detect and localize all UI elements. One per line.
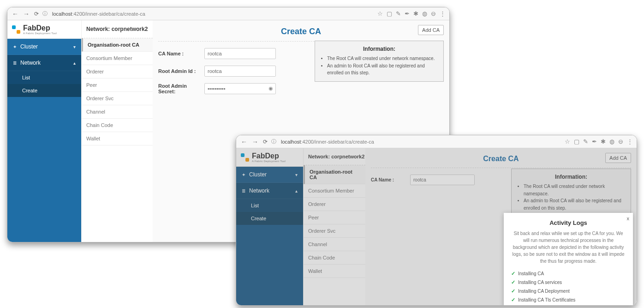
browser-toolbar: ← → ⟳ ⓘ localhost:4200/inner-sidebar/ca/… bbox=[236, 135, 637, 148]
reload-icon[interactable]: ⟳ bbox=[33, 11, 40, 17]
add-ca-button[interactable]: Add CA bbox=[605, 153, 631, 163]
feather-icon[interactable]: ✒ bbox=[592, 138, 597, 145]
browser-window-2: ← → ⟳ ⓘ localhost:4200/inner-sidebar/ca/… bbox=[236, 135, 637, 306]
info-line: The Root CA will created under network n… bbox=[524, 183, 625, 197]
inner-nav-item-peer[interactable]: Peer bbox=[304, 211, 365, 224]
kebab-menu-icon[interactable]: ⋮ bbox=[440, 10, 446, 17]
sidebar-sub-list[interactable]: List bbox=[7, 71, 81, 84]
site-info-icon[interactable]: ⓘ bbox=[271, 138, 276, 145]
puzzle-icon[interactable]: ✱ bbox=[413, 10, 418, 17]
globe-icon[interactable]: ◍ bbox=[422, 10, 427, 17]
inner-nav-item-orderer-svc[interactable]: Orderer Svc bbox=[82, 92, 153, 105]
app-root: FabDep A Fabric Deployment Tool ✦ Cluste… bbox=[236, 148, 637, 305]
inner-nav-label: Orderer Svc bbox=[308, 228, 335, 234]
info-line: The Root CA will created under network n… bbox=[327, 55, 438, 62]
back-icon[interactable]: ← bbox=[11, 11, 19, 17]
modal-close-button[interactable]: x bbox=[627, 216, 630, 221]
info-title: Information: bbox=[321, 46, 438, 52]
root-secret-input[interactable] bbox=[204, 83, 276, 94]
root-admin-label: Root Admin Id : bbox=[158, 68, 204, 74]
star-icon[interactable]: ☆ bbox=[377, 10, 383, 17]
network-label: Network: corpnetwork2 bbox=[82, 20, 153, 38]
brand-logo-icon bbox=[12, 25, 20, 34]
inner-nav: Network: corpnetwork2 Organisation-root … bbox=[303, 148, 365, 305]
reload-icon[interactable]: ⟳ bbox=[262, 139, 268, 145]
check-icon: ✓ bbox=[511, 271, 515, 277]
site-info-icon[interactable]: ⓘ bbox=[42, 10, 48, 17]
inner-nav-item-channel[interactable]: Channel bbox=[82, 105, 153, 119]
sidebar-sub-label: List bbox=[251, 203, 259, 208]
inner-nav-item-wallet[interactable]: Wallet bbox=[82, 132, 153, 145]
inner-nav-item-orderer[interactable]: Orderer bbox=[304, 198, 365, 211]
camera-icon[interactable]: ▢ bbox=[574, 138, 579, 145]
address-bar[interactable]: localhost:4200/inner-sidebar/ca/create-c… bbox=[50, 11, 375, 17]
wand-icon[interactable]: ✎ bbox=[396, 10, 401, 17]
network-label: Network: corpnetwork2 bbox=[304, 148, 365, 165]
info-line: An admin to Root CA will also be registe… bbox=[327, 62, 438, 77]
globe-icon[interactable]: ◍ bbox=[609, 138, 614, 145]
cluster-icon: ✦ bbox=[242, 172, 245, 177]
inner-nav-item-orderer[interactable]: Orderer bbox=[82, 65, 153, 79]
forward-icon[interactable]: → bbox=[22, 11, 30, 17]
sidebar-sub-create[interactable]: Create bbox=[236, 212, 303, 225]
inner-nav-label: Channel bbox=[308, 242, 327, 247]
network-label-prefix: Network: bbox=[308, 154, 331, 159]
inner-nav-label: Organisation-root CA bbox=[88, 42, 139, 48]
log-text: Installing CA bbox=[518, 271, 544, 276]
inner-nav-label: Consortium Member bbox=[308, 188, 354, 193]
avatar-icon[interactable]: ⊖ bbox=[618, 138, 623, 145]
sidebar-sub-create[interactable]: Create bbox=[7, 84, 81, 97]
sidebar-item-label: Network bbox=[249, 187, 269, 194]
inner-nav-label: Consortium Member bbox=[86, 55, 132, 61]
sidebar-item-network[interactable]: ≣ Network ▴ bbox=[7, 55, 81, 71]
star-icon[interactable]: ☆ bbox=[565, 138, 570, 145]
inner-nav-label: Chain Code bbox=[308, 255, 335, 260]
back-icon[interactable]: ← bbox=[240, 139, 248, 145]
inner-nav-label: Channel bbox=[86, 109, 105, 115]
page-title: Create CA bbox=[483, 155, 519, 163]
inner-nav-item-orderer-svc[interactable]: Orderer Svc bbox=[304, 224, 365, 238]
log-item: ✓Installing CA services bbox=[511, 278, 626, 287]
camera-icon[interactable]: ▢ bbox=[387, 10, 392, 17]
inner-nav-item-channel[interactable]: Channel bbox=[304, 238, 365, 251]
sidebar-item-cluster[interactable]: ✦ Cluster ▾ bbox=[7, 39, 81, 55]
address-bar[interactable]: localhost:4200/inner-sidebar/ca/create-c… bbox=[279, 139, 562, 145]
forward-icon[interactable]: → bbox=[251, 139, 259, 145]
info-box: Information: The Root CA will created un… bbox=[511, 169, 631, 217]
inner-nav-item-root-ca[interactable]: Organisation-root CA bbox=[82, 38, 153, 52]
ca-name-input[interactable] bbox=[410, 175, 475, 185]
sidebar-menu: ✦ Cluster ▾ ≣ Network ▴ List Create bbox=[236, 167, 303, 305]
feather-icon[interactable]: ✒ bbox=[405, 10, 410, 17]
eye-icon[interactable]: ◉ bbox=[268, 85, 273, 91]
sidebar-item-network[interactable]: ≣ Network ▴ bbox=[236, 183, 303, 199]
inner-nav-item-chaincode[interactable]: Chain Code bbox=[304, 251, 365, 265]
sidebar-sub-list[interactable]: List bbox=[236, 199, 303, 212]
inner-nav-label: Chain Code bbox=[86, 122, 113, 128]
inner-nav-item-wallet[interactable]: Wallet bbox=[304, 265, 365, 278]
inner-nav-label: Peer bbox=[308, 215, 319, 220]
inner-nav-item-chaincode[interactable]: Chain Code bbox=[82, 119, 153, 132]
add-ca-button[interactable]: Add CA bbox=[418, 25, 444, 35]
inner-nav-item-consortium[interactable]: Consortium Member bbox=[82, 52, 153, 65]
inner-nav-item-peer[interactable]: Peer bbox=[82, 79, 153, 92]
url-path: :4200/inner-sidebar/ca/create-ca bbox=[301, 139, 374, 145]
info-box: Information: The Root CA will created un… bbox=[315, 41, 444, 82]
root-admin-input[interactable] bbox=[204, 66, 276, 77]
kebab-menu-icon[interactable]: ⋮ bbox=[627, 138, 633, 145]
network-icon: ≣ bbox=[13, 60, 17, 66]
sidebar-item-cluster[interactable]: ✦ Cluster ▾ bbox=[236, 167, 303, 183]
inner-nav-label: Orderer Svc bbox=[86, 96, 113, 101]
modal-description: Sit back and relax while we set up the C… bbox=[511, 230, 626, 265]
ca-name-input[interactable] bbox=[204, 48, 276, 59]
sidebar-item-label: Cluster bbox=[20, 43, 38, 50]
brand: FabDep A Fabric Deployment Tool bbox=[7, 20, 81, 39]
wand-icon[interactable]: ✎ bbox=[583, 138, 588, 145]
url-host: localhost bbox=[281, 139, 301, 145]
avatar-icon[interactable]: ⊖ bbox=[431, 10, 436, 17]
inner-nav-item-consortium[interactable]: Consortium Member bbox=[304, 184, 365, 198]
brand-tagline: A Fabric Deployment Tool bbox=[23, 32, 57, 35]
log-item: ✓Installing connections bbox=[511, 304, 626, 305]
inner-nav-item-root-ca[interactable]: Organisation-root CA bbox=[304, 165, 365, 184]
brand-name: FabDep bbox=[23, 24, 57, 32]
puzzle-icon[interactable]: ✱ bbox=[601, 138, 606, 145]
